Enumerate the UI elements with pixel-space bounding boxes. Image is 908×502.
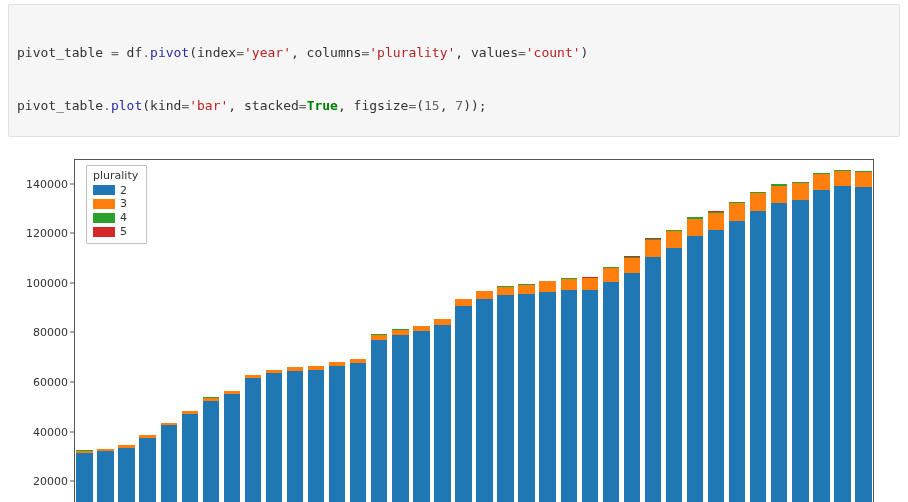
bar — [203, 397, 219, 502]
bar — [771, 184, 787, 502]
bar-segment-2 — [750, 211, 766, 502]
code-line-2: pivot_table.plot(kind='bar', stacked=Tru… — [17, 97, 891, 115]
legend-item: 3 — [93, 197, 138, 211]
bar — [497, 286, 513, 502]
bar-segment-3 — [666, 231, 682, 248]
bar-segment-3 — [603, 268, 619, 282]
bar-segment-3 — [561, 279, 577, 290]
bar-segment-2 — [855, 187, 871, 502]
y-tick-label: 120000 — [16, 227, 68, 240]
bar — [518, 284, 534, 502]
bar-segment-2 — [224, 394, 240, 502]
bar-segment-2 — [245, 378, 261, 502]
bar-segment-2 — [476, 299, 492, 502]
bar-segment-2 — [139, 438, 155, 502]
bar-segment-2 — [329, 366, 345, 502]
bars-group — [74, 159, 874, 502]
bar — [118, 445, 134, 502]
bar-segment-2 — [771, 203, 787, 502]
bar-segment-2 — [266, 373, 282, 502]
legend: plurality 2345 — [86, 165, 147, 244]
bar-segment-3 — [771, 186, 787, 204]
bar-segment-3 — [497, 287, 513, 296]
bar — [582, 277, 598, 502]
legend-label: 4 — [120, 211, 127, 225]
bar — [729, 202, 745, 502]
bar-segment-2 — [561, 290, 577, 502]
bar-segment-2 — [624, 273, 640, 502]
bar — [266, 370, 282, 502]
legend-label: 2 — [120, 184, 127, 198]
legend-swatch — [93, 213, 115, 223]
bar — [792, 182, 808, 502]
bar — [750, 192, 766, 502]
bar — [434, 319, 450, 502]
bar-segment-3 — [476, 291, 492, 299]
bar-segment-2 — [308, 370, 324, 502]
bar — [855, 171, 871, 502]
bar-segment-2 — [455, 306, 471, 502]
y-tick-label: 20000 — [16, 475, 68, 488]
bar-segment-2 — [645, 257, 661, 502]
bar — [708, 211, 724, 502]
bar — [76, 450, 92, 502]
bar-segment-2 — [161, 425, 177, 502]
bar — [245, 375, 261, 502]
bar-segment-2 — [434, 325, 450, 502]
bar-segment-3 — [813, 174, 829, 190]
bar-segment-2 — [203, 401, 219, 502]
legend-swatch — [93, 227, 115, 237]
y-tick-label: 140000 — [16, 177, 68, 190]
legend-title: plurality — [93, 169, 138, 183]
bar — [329, 362, 345, 502]
bar — [645, 238, 661, 502]
bar-segment-3 — [624, 258, 640, 273]
bar — [371, 334, 387, 502]
bar-segment-2 — [729, 221, 745, 502]
y-tick-label: 60000 — [16, 376, 68, 389]
bar-segment-3 — [645, 240, 661, 257]
bar — [476, 291, 492, 502]
y-tick-label: 100000 — [16, 276, 68, 289]
bar — [350, 359, 366, 502]
bar — [308, 366, 324, 502]
bar — [413, 326, 429, 502]
bar — [392, 329, 408, 502]
bar-segment-2 — [413, 331, 429, 502]
legend-item: 5 — [93, 225, 138, 239]
stacked-bar-chart: 020000400006000080000100000120000140000 … — [14, 147, 890, 502]
bar-segment-2 — [603, 282, 619, 502]
legend-label: 3 — [120, 197, 127, 211]
bar — [139, 435, 155, 502]
bar — [224, 391, 240, 502]
bar-segment-2 — [708, 230, 724, 502]
bar-segment-3 — [855, 172, 871, 187]
bar-segment-2 — [497, 295, 513, 502]
bar — [455, 299, 471, 502]
bar-segment-3 — [582, 278, 598, 290]
bar-segment-2 — [518, 294, 534, 502]
bar — [666, 230, 682, 502]
bar-segment-3 — [708, 213, 724, 230]
y-tick-label: 80000 — [16, 326, 68, 339]
bar-segment-2 — [834, 186, 850, 502]
bar-segment-3 — [750, 193, 766, 211]
bar-segment-2 — [813, 190, 829, 502]
bar — [603, 267, 619, 503]
legend-swatch — [93, 199, 115, 209]
bar-segment-2 — [687, 236, 703, 502]
bar-segment-3 — [518, 285, 534, 294]
bar — [287, 367, 303, 502]
bar-segment-3 — [792, 183, 808, 200]
bar-segment-3 — [455, 299, 471, 306]
bar-segment-2 — [182, 414, 198, 502]
bar — [687, 217, 703, 502]
bar-segment-2 — [76, 453, 92, 502]
bar-segment-2 — [392, 335, 408, 502]
bar-segment-3 — [834, 171, 850, 186]
bar-segment-2 — [287, 371, 303, 502]
bar-segment-2 — [582, 290, 598, 502]
legend-swatch — [93, 185, 115, 195]
bar-segment-3 — [729, 203, 745, 221]
bar-segment-2 — [792, 200, 808, 502]
